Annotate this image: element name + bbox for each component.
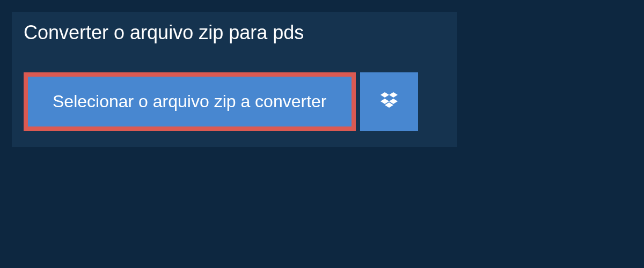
dropbox-button[interactable] (360, 72, 418, 131)
title-wrapper: Converter o arquivo zip para pds (12, 12, 355, 54)
page-title: Converter o arquivo zip para pds (24, 21, 331, 44)
button-row: Selecionar o arquivo zip a converter (24, 72, 457, 131)
converter-panel: Converter o arquivo zip para pds Selecio… (12, 12, 457, 147)
dropbox-icon (378, 90, 400, 114)
select-file-button[interactable]: Selecionar o arquivo zip a converter (24, 72, 356, 131)
